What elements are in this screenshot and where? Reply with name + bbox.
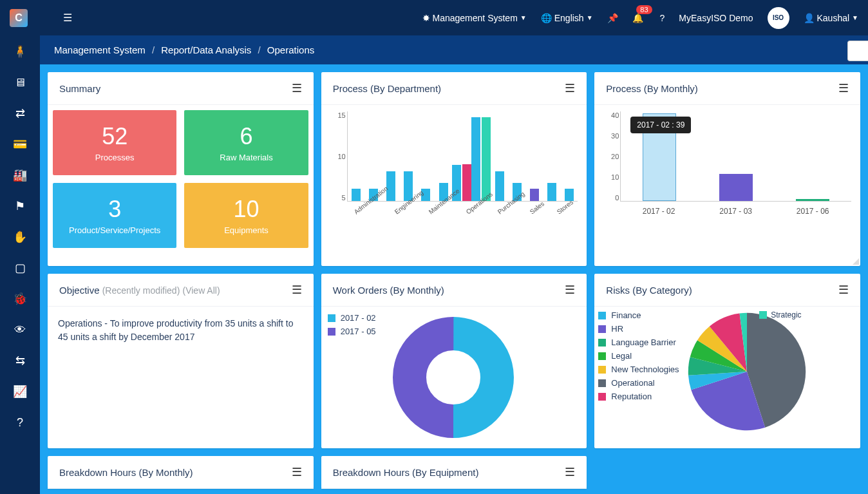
summary-label: Equipments (189, 225, 303, 235)
app-logo[interactable]: C (10, 9, 28, 27)
breadcrumb-sep: / (258, 44, 261, 55)
caret-icon: ▼ (852, 14, 858, 21)
chart-tooltip: 2017 - 02 : 39 (630, 117, 691, 133)
summary-label: Product/Service/Projects (58, 225, 171, 235)
panel-process-department: Process (By Department) ☰ 15105Administr… (321, 72, 587, 266)
caret-icon: ▼ (520, 14, 527, 21)
gear-icon: ✸ (422, 13, 430, 23)
panel-title: Breakdown Hours (By Monthly) (59, 467, 193, 478)
monitor-icon[interactable]: 🖥 (10, 76, 30, 89)
industry-icon[interactable]: 🏭 (10, 169, 30, 182)
bug-icon[interactable]: 🐞 (10, 292, 30, 305)
summary-card-processes[interactable]: 52 Processes (53, 110, 176, 175)
tablet-icon[interactable]: ▢ (10, 261, 30, 274)
panel-menu-icon[interactable]: ☰ (565, 283, 575, 297)
dept-bar-chart[interactable]: 15105AdministrationEngineeringMaintenanc… (328, 111, 581, 221)
help-icon[interactable]: ? (660, 13, 665, 23)
eye-icon[interactable]: 👁 (10, 323, 30, 336)
view-all-link[interactable]: (View All) (182, 285, 220, 296)
summary-value: 6 (189, 123, 303, 150)
breadcrumb-item[interactable]: Management System (54, 44, 146, 55)
legend-label: Strategic (771, 310, 801, 319)
breadcrumb: Management System / Report/Data Analysis… (40, 35, 868, 64)
summary-card-equipments[interactable]: 10 Equipments (184, 183, 308, 248)
org-avatar[interactable]: ISO (768, 7, 789, 29)
panel-work-orders: Work Orders (By Monthly) ☰ 2017 - 022017… (321, 274, 587, 448)
breadcrumb-sep: / (152, 44, 155, 55)
panel-title: Process (By Monthly) (606, 83, 698, 94)
panel-menu-icon[interactable]: ☰ (838, 81, 849, 95)
risks-legend: FinanceHRLanguage BarrierLegalNew Techno… (598, 310, 679, 405)
panel-title: Objective (59, 285, 100, 296)
panel-risks: Risks (By Category) ☰ FinanceHRLanguage … (594, 274, 860, 448)
summary-value: 10 (189, 196, 303, 223)
resize-handle-icon[interactable] (853, 258, 859, 265)
panel-process-monthly: Process (By Monthly) ☰ 4030201002017 - 0… (594, 72, 860, 266)
language-dropdown[interactable]: 🌐 English ▼ (541, 13, 593, 23)
topbar: C ☰ ✸ Management System ▼ 🌐 English ▼ 📌 … (0, 0, 868, 35)
panel-menu-icon[interactable]: ☰ (838, 283, 849, 297)
panel-menu-icon[interactable]: ☰ (292, 465, 302, 479)
user-dropdown[interactable]: 👤 Kaushal ▼ (804, 13, 859, 23)
risks-extra-legend: Strategic (759, 310, 801, 319)
chart-icon[interactable]: 📈 (10, 385, 30, 398)
menu-toggle-icon[interactable]: ☰ (63, 12, 72, 24)
notifications-icon[interactable]: 🔔83 (632, 13, 646, 23)
donut-chart[interactable] (389, 313, 518, 442)
breadcrumb-item[interactable]: Operations (267, 44, 314, 55)
summary-label: Processes (58, 153, 171, 162)
summary-card-raw-materials[interactable]: 6 Raw Materials (184, 110, 308, 175)
panel-menu-icon[interactable]: ☰ (292, 283, 302, 297)
flag-icon[interactable]: ⚑ (10, 200, 30, 213)
settings-gear-icon[interactable]: ⚙ (847, 41, 868, 61)
notif-badge: 83 (636, 5, 652, 14)
objective-subtext: (Recently modified) (102, 285, 180, 296)
pie-chart[interactable] (686, 310, 808, 433)
sitemap-icon[interactable]: ⇄ (10, 107, 30, 120)
user-name: Kaushal (817, 13, 850, 23)
panel-title: Risks (By Category) (606, 285, 692, 296)
panel-title: Work Orders (By Monthly) (333, 285, 444, 296)
main-content: Management System / Report/Data Analysis… (40, 35, 868, 494)
card-icon[interactable]: 💳 (10, 138, 30, 151)
question-icon[interactable]: ? (10, 416, 30, 429)
person-icon[interactable]: 🧍 (10, 45, 30, 58)
sidebar: 🧍 🖥 ⇄ 💳 🏭 ⚑ ✋ ▢ 🐞 👁 ⇆ 📈 ? (0, 35, 40, 494)
legend-swatch (759, 311, 767, 319)
hand-icon[interactable]: ✋ (10, 231, 30, 243)
panel-objective: Objective (Recently modified) (View All)… (48, 274, 314, 448)
panel-title: Summary (59, 83, 100, 94)
management-system-dropdown[interactable]: ✸ Management System ▼ (422, 13, 527, 23)
language-label: English (554, 13, 584, 23)
summary-value: 3 (58, 196, 171, 223)
panel-title: Breakdown Hours (By Equipment) (333, 467, 479, 478)
panel-menu-icon[interactable]: ☰ (292, 81, 302, 95)
panel-summary: Summary ☰ 52 Processes 6 Raw Materials 3… (48, 72, 314, 266)
summary-label: Raw Materials (189, 153, 303, 162)
panel-title: Process (By Department) (333, 83, 441, 94)
globe-icon: 🌐 (541, 13, 552, 23)
work-orders-legend: 2017 - 022017 - 05 (328, 313, 376, 340)
panel-breakdown-equipment: Breakdown Hours (By Equipment) ☰ (321, 456, 587, 489)
caret-icon: ▼ (587, 14, 593, 21)
org-name[interactable]: MyEasyISO Demo (679, 13, 753, 23)
breadcrumb-item[interactable]: Report/Data Analysis (161, 44, 251, 55)
user-icon: 👤 (804, 13, 815, 23)
panel-breakdown-monthly: Breakdown Hours (By Monthly) ☰ (48, 456, 314, 489)
summary-value: 52 (58, 123, 171, 150)
panel-menu-icon[interactable]: ☰ (565, 465, 575, 479)
summary-card-products[interactable]: 3 Product/Service/Projects (53, 183, 176, 248)
pin-icon[interactable]: 📌 (607, 13, 618, 23)
objective-text: Operations - To improve productivity fro… (48, 307, 314, 354)
exchange-icon[interactable]: ⇆ (10, 354, 30, 367)
panel-menu-icon[interactable]: ☰ (565, 81, 575, 95)
management-system-label: Management System (433, 13, 518, 23)
